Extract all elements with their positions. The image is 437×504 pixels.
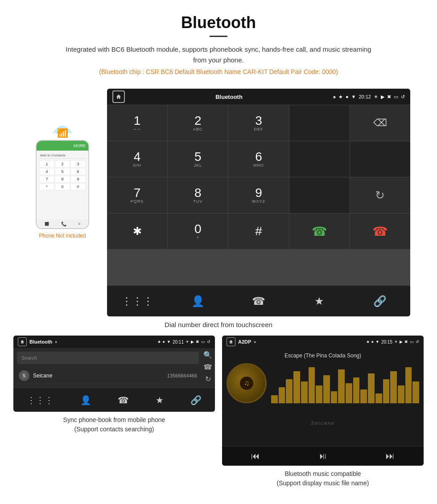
eq-bar <box>279 387 285 403</box>
dial-key-4[interactable]: 4 GHI <box>107 141 167 177</box>
music-wifi-icon: ▼ <box>375 340 379 344</box>
dial-key-backspace[interactable]: ⌫ <box>350 105 410 141</box>
music-home-button[interactable] <box>227 337 235 346</box>
pb-back: ↺ <box>207 340 210 344</box>
dial-key-hash[interactable]: # <box>228 213 289 249</box>
dial-key-3[interactable]: 3 DEF <box>228 105 289 141</box>
back-icon: ↺ <box>401 94 405 100</box>
pb-caption-line2: (Support contacts searching) <box>74 426 154 433</box>
dial-key-empty-4 <box>289 177 350 213</box>
status-left <box>112 90 125 103</box>
music-back: ↺ <box>416 340 419 344</box>
dial-key-star[interactable]: ✱ <box>107 213 167 249</box>
music-loc-icon: ● <box>371 340 374 344</box>
dial-keypad: 1 ∽∽ 2 ABC 3 DEF ⌫ 4 GHI 5 JKL <box>107 105 410 285</box>
bluetooth-specs: (Bluetooth chip : CSR BC6 Default Blueto… <box>9 68 428 75</box>
music-song-title: Escape (The Pina Colada Song) <box>284 352 361 359</box>
main-screen-area: ✦ 📶 MORE Add to Contacts 1 2 3 4 5 6 7 <box>0 89 437 316</box>
pb-usb-icon: ♠ <box>55 340 57 344</box>
contact-letter: S <box>19 370 29 381</box>
nav-link-icon[interactable]: 🔗 <box>369 290 391 312</box>
dial-nav-bar: ⋮⋮⋮ 👤 ☎ ★ 🔗 <box>107 285 410 316</box>
eq-bar <box>286 379 293 403</box>
eq-bar <box>405 367 412 403</box>
pb-home-button[interactable] <box>18 337 27 346</box>
time-display: 20:12 <box>359 94 371 99</box>
music-next-button[interactable]: ⏭ <box>386 451 395 461</box>
pb-bt-icon: ★ <box>157 340 161 344</box>
search-placeholder: Search <box>21 355 194 361</box>
contact-number: 13566664466 <box>167 373 197 378</box>
contact-name: Seicane <box>33 373 167 379</box>
pb-call-side-icon[interactable]: ☎ <box>203 363 212 371</box>
dial-key-0[interactable]: 0 + <box>168 213 228 249</box>
page-title: Bluetooth <box>9 13 428 32</box>
music-status-bar: A2DP ♠ ★ ● ▼ 20:15 ☀ ▶ ✖ ▭ ↺ <box>222 336 424 348</box>
bluetooth-status-icon: ★ <box>338 94 343 100</box>
nav-bluetooth-icon[interactable]: ★ <box>308 290 330 312</box>
phone-keypad: 1 2 3 4 5 6 7 8 9 * 0 # <box>38 160 87 191</box>
contact-row: S Seicane 13566664466 <box>17 368 199 384</box>
pb-nav-contacts[interactable]: 👤 <box>80 395 91 406</box>
music-prev-button[interactable]: ⏮ <box>251 451 260 461</box>
dial-key-5[interactable]: 5 JKL <box>168 141 228 177</box>
nav-keypad-icon[interactable]: ⋮⋮⋮ <box>126 290 148 312</box>
pb-nav-bt[interactable]: ★ <box>156 395 164 406</box>
dial-key-1[interactable]: 1 ∽∽ <box>107 105 167 141</box>
dial-key-empty-2 <box>289 141 350 177</box>
music-caption: Bluetooth music compatible (Support disp… <box>222 469 424 488</box>
dial-key-end[interactable]: ☎ <box>350 213 410 249</box>
dial-key-call[interactable]: ☎ <box>289 213 350 249</box>
dial-key-empty-1 <box>289 105 350 141</box>
dial-key-6[interactable]: 6 MNO <box>228 141 289 177</box>
music-art-area: ♫ <box>227 363 419 403</box>
phonebook-side-icons: 🔍 ☎ ↻ <box>203 351 212 383</box>
nav-contacts-icon[interactable]: 👤 <box>187 290 209 312</box>
eq-bar <box>368 373 375 404</box>
status-right: ♠ ★ ● ▼ 20:12 ☀ ▶ ✖ ▭ ↺ <box>333 94 405 100</box>
dial-key-empty-3 <box>350 141 410 177</box>
music-content: Escape (The Pina Colada Song) ♫ Seicane <box>222 348 424 446</box>
dial-key-7[interactable]: 7 PQRS <box>107 177 167 213</box>
phone-key-2: 2 <box>55 160 70 168</box>
home-button[interactable] <box>112 90 125 103</box>
phonebook-caption: Sync phone-book from mobile phone (Suppo… <box>13 415 215 434</box>
main-caption: Dial number direct from touchscreen <box>0 321 437 328</box>
pb-nav-phone[interactable]: ☎ <box>118 395 129 406</box>
phone-add-contacts: Add to Contacts <box>38 152 87 159</box>
eq-bar <box>293 371 300 403</box>
volume-icon: ▶ <box>381 94 384 100</box>
dial-screen-title: Bluetooth <box>215 94 243 100</box>
music-caption-line2: (Support display music file name) <box>277 479 369 487</box>
pb-search-icon[interactable]: 🔍 <box>203 351 212 359</box>
music-bt-icon: ★ <box>366 340 370 344</box>
dial-key-reload[interactable]: ↻ <box>350 177 410 213</box>
music-play-button[interactable]: ⏯ <box>318 451 327 461</box>
pb-refresh-icon[interactable]: ↻ <box>205 375 211 383</box>
location-icon: ● <box>346 94 349 99</box>
phonebook-status-bar: Bluetooth ♠ ★ ● ▼ 20:11 ☀ ▶ ✖ ▭ ↺ <box>13 336 215 348</box>
pb-nav-keypad[interactable]: ⋮⋮⋮ <box>27 395 54 406</box>
music-cam: ☀ <box>394 340 398 344</box>
phone-key-1: 1 <box>39 160 54 168</box>
phone-key-9: 9 <box>70 176 86 183</box>
phonebook-content: Search S Seicane 13566664466 <box>13 348 215 388</box>
nav-phone-icon[interactable]: ☎ <box>247 290 270 312</box>
music-screen: A2DP ♠ ★ ● ▼ 20:15 ☀ ▶ ✖ ▭ ↺ Escape (The… <box>222 336 424 488</box>
eq-bar <box>316 385 322 404</box>
music-vol: ▶ <box>400 340 403 344</box>
page-header: Bluetooth Integrated with BC6 Bluetooth … <box>0 0 437 89</box>
search-bar[interactable]: Search <box>17 352 199 364</box>
dial-key-2[interactable]: 2 ABC <box>168 105 228 141</box>
phone-key-hash: # <box>70 183 86 190</box>
phone-key-5: 5 <box>55 168 70 175</box>
dial-key-9[interactable]: 9 WXYZ <box>228 177 289 213</box>
music-note-icon: ♫ <box>244 379 249 387</box>
phonebook-nav-bar: ⋮⋮⋮ 👤 ☎ ★ 🔗 <box>13 388 215 412</box>
pb-win: ▭ <box>201 340 205 344</box>
pb-nav-link[interactable]: 🔗 <box>190 395 202 406</box>
dial-key-8[interactable]: 8 TUV <box>168 177 228 213</box>
eq-bar <box>323 375 330 403</box>
page-description: Integrated with BC6 Bluetooth module, su… <box>62 44 375 66</box>
phonebook-screen-box: Bluetooth ♠ ★ ● ▼ 20:11 ☀ ▶ ✖ ▭ ↺ <box>13 336 215 412</box>
